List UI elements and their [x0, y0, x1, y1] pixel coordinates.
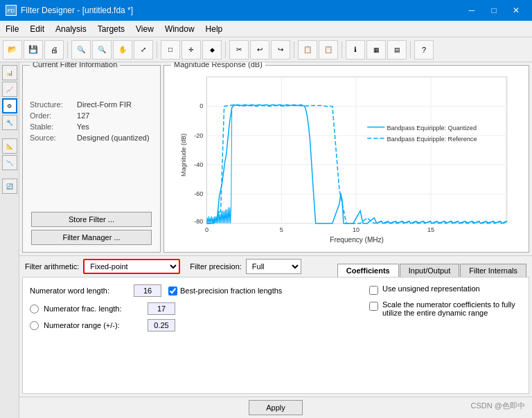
stable-value: Yes: [77, 122, 89, 131]
tb-cursor[interactable]: ✛: [181, 40, 201, 60]
tb-undo[interactable]: ↩: [250, 40, 269, 60]
filter-info-content: Structure: Direct-Form FIR Order: 127 St…: [23, 66, 160, 152]
top-section: Current Filter Information Structure: Di…: [19, 62, 532, 256]
numerator-word-input[interactable]: [134, 284, 161, 297]
chart-panel: Magnitude Response (dB): [163, 65, 529, 253]
tb-fit[interactable]: ⤢: [134, 40, 153, 60]
svg-text:0: 0: [205, 226, 209, 233]
left-col: Numerator word length: Best-precision fr…: [30, 284, 355, 336]
minimize-button[interactable]: ─: [461, 0, 482, 21]
menu-bar: File Edit Analysis Targets View Window H…: [0, 21, 532, 37]
frac-length-input[interactable]: [148, 302, 175, 315]
chart-content: 0 -20 -40 -60 -80 0 5 10 15 Magnitude (d…: [164, 66, 529, 252]
sidebar-icon-4[interactable]: 🔧: [2, 115, 17, 130]
menu-targets[interactable]: Targets: [92, 21, 130, 37]
coefficients-layout: Numerator word length: Best-precision fr…: [30, 284, 522, 336]
app-icon: FD: [6, 5, 17, 16]
tb-info[interactable]: ℹ: [346, 40, 365, 60]
frac-radio[interactable]: [30, 305, 39, 314]
best-precision-checkbox[interactable]: [168, 287, 177, 296]
tb-save[interactable]: 💾: [24, 40, 43, 60]
title-bar: FD Filter Designer - [untitled.fda *] ─ …: [0, 0, 532, 21]
tb-copy[interactable]: 📋: [298, 40, 317, 60]
tabs-part: Coefficients Input/Output Filter Interna…: [337, 264, 526, 277]
filter-info-panel: Current Filter Information Structure: Di…: [22, 65, 161, 253]
info-source: Source: Designed (quantized): [30, 134, 153, 142]
tb-select[interactable]: □: [161, 40, 180, 60]
menu-analysis[interactable]: Analysis: [50, 21, 92, 37]
best-precision-label[interactable]: Best-precision fraction lengths: [168, 287, 282, 296]
svg-text:10: 10: [353, 226, 360, 233]
tb-legend[interactable]: ▤: [387, 40, 407, 60]
menu-edit[interactable]: Edit: [24, 21, 50, 37]
svg-text:-20: -20: [194, 132, 203, 139]
tb-pan[interactable]: ✋: [113, 40, 132, 60]
toolbar: 📂 💾 🖨 🔍 🔍 ✋ ⤢ □ ✛ ◆ ✂ ↩ ↪ 📋 📋 ℹ ▦ ▤ ?: [0, 37, 532, 62]
range-radio[interactable]: [30, 321, 39, 330]
tb-redo[interactable]: ↪: [271, 40, 290, 60]
svg-text:5: 5: [280, 226, 283, 233]
main-area: 📊 📈 ⚙ 🔧 📐 📉 🔄 Current Filter Information…: [0, 62, 532, 418]
tab-input-output[interactable]: Input/Output: [400, 264, 460, 277]
apply-row: Apply: [19, 397, 532, 418]
tb-zoom-out[interactable]: 🔍: [92, 40, 112, 60]
range-row: Numerator range (+/-):: [30, 319, 355, 331]
tb-grid[interactable]: ▦: [366, 40, 386, 60]
frac-length-label: Numerator frac. length:: [44, 305, 141, 313]
watermark: CSDN @色即中: [471, 401, 525, 411]
info-stable: Stable: Yes: [30, 122, 153, 131]
window-title: Filter Designer - [untitled.fda *]: [21, 6, 133, 15]
frac-length-row: Numerator frac. length:: [30, 302, 355, 315]
info-structure: Structure: Direct-Form FIR: [30, 100, 153, 109]
svg-text:-40: -40: [194, 161, 203, 168]
tb-open[interactable]: 📂: [3, 40, 22, 60]
sidebar-icon-7[interactable]: 🔄: [2, 179, 17, 194]
filter-precision-select[interactable]: Full Custom: [246, 259, 301, 274]
filter-info-buttons: Store Filter ... Filter Manager ...: [23, 212, 160, 245]
filter-arithmetic-select[interactable]: Fixed-point Floating-point: [83, 259, 180, 274]
svg-text:Frequency (MHz): Frequency (MHz): [330, 236, 384, 244]
svg-text:Bandpass Equiripple: Quantized: Bandpass Equiripple: Quantized: [387, 125, 476, 131]
maximize-button[interactable]: □: [484, 0, 504, 21]
sidebar-icon-5[interactable]: 📐: [2, 138, 17, 154]
scale-checkbox[interactable]: [369, 302, 378, 311]
structure-label: Structure:: [30, 100, 75, 109]
tab-filter-internals[interactable]: Filter Internals: [460, 264, 526, 277]
frac-radio-label[interactable]: [30, 305, 37, 314]
menu-help[interactable]: Help: [200, 21, 229, 37]
tb-cut[interactable]: ✂: [229, 40, 249, 60]
tab-coefficients[interactable]: Coefficients: [337, 264, 399, 277]
unsigned-checkbox[interactable]: [369, 286, 378, 295]
filter-manager-button[interactable]: Filter Manager ...: [31, 230, 152, 245]
sidebar-icon-3[interactable]: ⚙: [2, 98, 17, 113]
menu-view[interactable]: View: [130, 21, 159, 37]
sidebar-icon-1[interactable]: 📊: [2, 65, 17, 80]
range-label: Numerator range (+/-):: [44, 321, 141, 329]
apply-button[interactable]: Apply: [249, 400, 303, 415]
menu-file[interactable]: File: [0, 21, 24, 37]
tb-zoom-in[interactable]: 🔍: [71, 40, 91, 60]
source-label: Source:: [30, 134, 75, 142]
close-button[interactable]: ✕: [506, 0, 526, 21]
range-radio-label[interactable]: [30, 321, 37, 330]
filter-precision-label: Filter precision:: [190, 262, 242, 271]
info-order: Order: 127: [30, 111, 153, 120]
range-input[interactable]: [148, 319, 175, 331]
svg-text:-60: -60: [194, 190, 203, 197]
store-filter-button[interactable]: Store Filter ...: [31, 212, 152, 227]
svg-text:Bandpass Equiripple: Reference: Bandpass Equiripple: Reference: [387, 136, 477, 143]
stable-label: Stable:: [30, 122, 75, 131]
filter-arithmetic-label: Filter arithmetic:: [25, 262, 79, 271]
tb-marker[interactable]: ◆: [202, 40, 222, 60]
tb-paste[interactable]: 📋: [319, 40, 338, 60]
tab-content-coefficients: Numerator word length: Best-precision fr…: [22, 277, 529, 394]
window-controls: ─ □ ✕: [461, 0, 526, 21]
menu-window[interactable]: Window: [159, 21, 200, 37]
sidebar-icon-2[interactable]: 📈: [2, 82, 17, 97]
tb-help[interactable]: ?: [414, 40, 434, 60]
bottom-section: Filter arithmetic: Fixed-point Floating-…: [19, 256, 532, 418]
right-col: Use unsigned representation Scale the nu…: [369, 284, 522, 336]
sidebar-icon-6[interactable]: 📉: [2, 155, 17, 170]
content-area: Current Filter Information Structure: Di…: [19, 62, 532, 418]
tb-print[interactable]: 🖨: [44, 40, 64, 60]
